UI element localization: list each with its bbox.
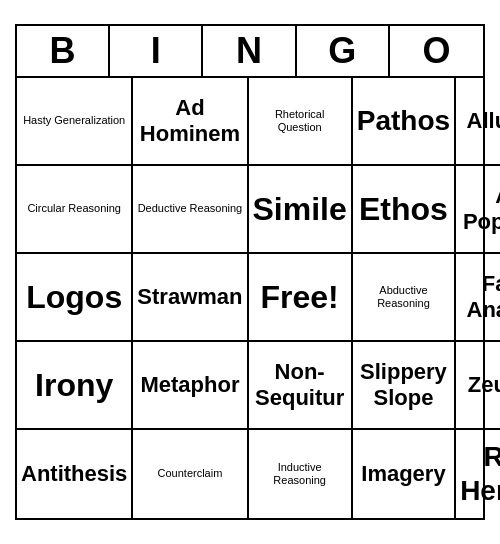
- bingo-cell-24: Red Herring: [456, 430, 500, 518]
- cell-text-3: Pathos: [357, 104, 450, 138]
- cell-text-12: Free!: [261, 278, 339, 316]
- bingo-cell-3: Pathos: [353, 78, 456, 166]
- cell-text-23: Imagery: [361, 461, 445, 487]
- bingo-cell-15: Irony: [17, 342, 133, 430]
- cell-text-1: Ad Hominem: [137, 95, 242, 148]
- cell-text-2: Rhetorical Question: [253, 108, 347, 134]
- header-letter-n: N: [203, 26, 296, 76]
- cell-text-14: False Analogy: [460, 271, 500, 324]
- bingo-cell-23: Imagery: [353, 430, 456, 518]
- cell-text-6: Deductive Reasoning: [138, 202, 243, 215]
- cell-text-16: Metaphor: [140, 372, 239, 398]
- cell-text-21: Counterclaim: [158, 467, 223, 480]
- cell-text-15: Irony: [35, 366, 113, 404]
- bingo-cell-2: Rhetorical Question: [249, 78, 353, 166]
- bingo-cell-8: Ethos: [353, 166, 456, 254]
- bingo-header: BINGO: [17, 26, 483, 78]
- header-letter-b: B: [17, 26, 110, 76]
- header-letter-g: G: [297, 26, 390, 76]
- bingo-cell-18: Slippery Slope: [353, 342, 456, 430]
- bingo-cell-11: Strawman: [133, 254, 248, 342]
- cell-text-18: Slippery Slope: [357, 359, 450, 412]
- bingo-cell-14: False Analogy: [456, 254, 500, 342]
- cell-text-4: Allusion: [467, 108, 500, 134]
- bingo-grid: Hasty GeneralizationAd HominemRhetorical…: [17, 78, 483, 518]
- bingo-cell-22: Inductive Reasoning: [249, 430, 353, 518]
- cell-text-17: Non-Sequitur: [253, 359, 347, 412]
- cell-text-5: Circular Reasoning: [27, 202, 121, 215]
- cell-text-19: Zeugma: [468, 372, 500, 398]
- bingo-card: BINGO Hasty GeneralizationAd HominemRhet…: [15, 24, 485, 520]
- bingo-cell-1: Ad Hominem: [133, 78, 248, 166]
- bingo-cell-10: Logos: [17, 254, 133, 342]
- bingo-cell-9: Ad Populum: [456, 166, 500, 254]
- header-letter-o: O: [390, 26, 483, 76]
- header-letter-i: I: [110, 26, 203, 76]
- cell-text-13: Abductive Reasoning: [357, 284, 450, 310]
- cell-text-0: Hasty Generalization: [23, 114, 125, 127]
- cell-text-11: Strawman: [137, 284, 242, 310]
- cell-text-9: Ad Populum: [460, 183, 500, 236]
- bingo-cell-6: Deductive Reasoning: [133, 166, 248, 254]
- bingo-cell-17: Non-Sequitur: [249, 342, 353, 430]
- bingo-cell-0: Hasty Generalization: [17, 78, 133, 166]
- cell-text-8: Ethos: [359, 190, 448, 228]
- bingo-cell-12: Free!: [249, 254, 353, 342]
- bingo-cell-4: Allusion: [456, 78, 500, 166]
- bingo-cell-7: Simile: [249, 166, 353, 254]
- bingo-cell-21: Counterclaim: [133, 430, 248, 518]
- cell-text-7: Simile: [253, 190, 347, 228]
- cell-text-10: Logos: [26, 278, 122, 316]
- cell-text-22: Inductive Reasoning: [253, 461, 347, 487]
- bingo-cell-5: Circular Reasoning: [17, 166, 133, 254]
- cell-text-20: Antithesis: [21, 461, 127, 487]
- bingo-cell-13: Abductive Reasoning: [353, 254, 456, 342]
- bingo-cell-19: Zeugma: [456, 342, 500, 430]
- bingo-cell-20: Antithesis: [17, 430, 133, 518]
- cell-text-24: Red Herring: [460, 440, 500, 507]
- bingo-cell-16: Metaphor: [133, 342, 248, 430]
